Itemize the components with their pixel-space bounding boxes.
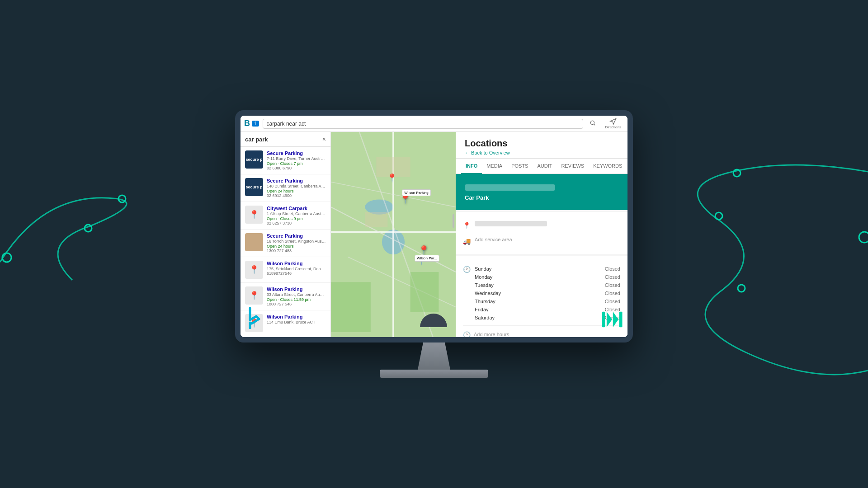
secure-p-badge: secure p <box>245 157 262 162</box>
tab-media[interactable]: MEDIA <box>482 159 507 174</box>
result-info: Secure Parking 148 Bunda Street, Canberr… <box>267 178 326 198</box>
svg-point-3 <box>733 169 741 177</box>
search-button[interactable] <box>587 119 599 128</box>
directions-button[interactable]: Directions <box>602 117 624 130</box>
hours-header-row: 🕐 Sunday Closed Monday Closed <box>463 261 620 326</box>
svg-point-5 <box>738 285 745 292</box>
result-thumb-pin7: 📍 <box>245 314 263 332</box>
result-address: 114 Emu Bank, Bruce ACT <box>267 320 326 324</box>
status-wednesday: Closed <box>605 291 620 296</box>
add-service-area-link[interactable]: Add service area <box>475 237 512 242</box>
list-item[interactable]: 📍 Wilson Parking 114 Emu Bank, Bruce ACT <box>241 310 330 336</box>
result-name: Wilson Parking <box>267 314 326 319</box>
tab-posts[interactable]: POSTS <box>507 159 533 174</box>
clock-plus-icon: 🕐 <box>463 331 470 337</box>
day-tuesday: Tuesday <box>475 282 515 288</box>
search-input-bar[interactable]: carpark near act <box>263 119 584 129</box>
status-saturday: Closed <box>605 315 620 320</box>
result-status: Open · Closes 11:59 pm <box>267 297 326 302</box>
day-friday: Friday <box>475 307 515 312</box>
day-thursday: Thursday <box>475 299 515 304</box>
list-item[interactable]: secure p Secure Parking 7-11 Barry Drive… <box>241 147 330 174</box>
business-card: Car Park <box>456 174 627 210</box>
list-item[interactable]: 📍 Wilson Parking <box>241 336 330 337</box>
hours-row-thursday: Thursday Closed <box>475 297 620 305</box>
hours-section: 🕐 Sunday Closed Monday Closed <box>456 256 627 337</box>
result-status: Open 24 hours <box>267 244 326 249</box>
monitor: B 1 carpark near act Directions <box>235 110 633 378</box>
status-sunday: Closed <box>605 266 620 272</box>
svg-point-1 <box>118 195 126 202</box>
result-name: Citywest Carpark <box>267 206 326 211</box>
status-friday: Closed <box>605 307 620 312</box>
business-name-blurred <box>465 184 555 191</box>
result-status: Open 24 hours <box>267 189 326 193</box>
left-panel: car park × secure p Secure Parking 7-11 … <box>241 132 331 337</box>
list-item[interactable]: 📍 Wilson Parking 33 Altara Street, Canbe… <box>241 283 330 310</box>
address-blurred <box>475 221 547 226</box>
svg-point-0 <box>2 253 11 262</box>
tab-info[interactable]: INFO <box>461 159 482 174</box>
monitor-base <box>380 370 488 378</box>
result-address: 175, Strickland Crescent, Deakin Austra.… <box>267 267 326 271</box>
status-tuesday: Closed <box>605 282 620 288</box>
back-to-overview-link[interactable]: ← Back to Overview <box>465 150 618 155</box>
svg-point-2 <box>85 225 92 232</box>
result-phone: 61898727546 <box>267 271 326 276</box>
status-monday: Closed <box>605 274 620 280</box>
list-item[interactable]: 📍 Citywest Carpark 1 Allsop Street, Canb… <box>241 202 330 230</box>
svg-rect-22 <box>331 282 371 332</box>
list-item[interactable]: secure p Secure Parking 148 Bunda Street… <box>241 174 330 202</box>
result-thumb-photo <box>245 233 263 251</box>
day-monday: Monday <box>475 274 515 280</box>
result-address: 1 Allsop Street, Canberra Australian Ca.… <box>267 211 326 216</box>
tab-count: 1 <box>252 121 259 127</box>
result-phone: 02 6912 4900 <box>267 193 326 198</box>
result-name: Secure Parking <box>267 150 326 156</box>
result-info: Citywest Carpark 1 Allsop Street, Canber… <box>267 206 326 225</box>
map-marker-purple[interactable]: 📍 <box>387 173 397 183</box>
hours-row-wednesday: Wednesday Closed <box>475 289 620 297</box>
business-category: Car Park <box>465 194 618 201</box>
map-marker-2[interactable]: 📍 <box>418 245 429 256</box>
tab-reviews[interactable]: REVIEWS <box>557 159 589 174</box>
directions-label: Directions <box>605 125 621 129</box>
add-hours-row[interactable]: 🕐 Add more hours <box>463 326 620 337</box>
hours-row-tuesday: Tuesday Closed <box>475 281 620 289</box>
result-info: Wilson Parking 114 Emu Bank, Bruce ACT <box>267 314 326 332</box>
result-address: 148 Bunda Street, Canberra ACT 2601 <box>267 184 326 188</box>
result-status: Open · Closes 9 pm <box>267 216 326 221</box>
monitor-screen-wrapper: B 1 carpark near act Directions <box>235 110 633 343</box>
map-background: 📍 Wilson Parking 📍 📍 Wilson Par... 📍 <box>331 132 456 337</box>
search-header: car park × <box>241 132 330 147</box>
result-name: Secure Parking <box>267 178 326 183</box>
result-name: Wilson Parking <box>267 261 326 266</box>
address-row: 📍 <box>463 217 620 233</box>
close-search-button[interactable]: × <box>322 136 326 143</box>
result-info: Secure Parking 16 Torrch Street, Kingsto… <box>267 233 326 253</box>
result-info: Secure Parking 7-11 Barry Drive, Turner … <box>267 150 326 170</box>
result-address: 16 Torrch Street, Kingston Australian Ca… <box>267 239 326 244</box>
map-scrollbar <box>453 214 454 228</box>
results-list: secure p Secure Parking 7-11 Barry Drive… <box>241 147 330 337</box>
search-query-text: carpark near act <box>267 121 306 127</box>
bing-logo-icon: B <box>244 119 250 128</box>
nav-tabs: INFO MEDIA POSTS AUDIT REVIEWS KEYWORDS <box>456 159 627 174</box>
tab-audit[interactable]: AUDIT <box>533 159 557 174</box>
list-item[interactable]: Secure Parking 16 Torrch Street, Kingsto… <box>241 230 330 257</box>
svg-line-8 <box>594 124 595 126</box>
tab-keywords[interactable]: KEYWORDS <box>589 159 627 174</box>
svg-point-4 <box>715 212 722 220</box>
map-area[interactable]: 📍 Wilson Parking 📍 📍 Wilson Par... 📍 <box>331 132 456 337</box>
hours-row-sunday: Sunday Closed <box>475 265 620 273</box>
map-label-wilson: Wilson Parking <box>402 189 430 196</box>
svg-point-7 <box>591 121 594 124</box>
result-thumb-pin6: 📍 <box>245 286 263 305</box>
add-hours-link[interactable]: Add more hours <box>474 332 509 337</box>
secure-p-badge2: secure p <box>245 185 262 189</box>
service-area-row[interactable]: 🚚 Add service area <box>463 233 620 249</box>
hours-row-friday: Friday Closed <box>475 305 620 314</box>
svg-rect-20 <box>365 212 387 227</box>
list-item[interactable]: 📍 Wilson Parking 175, Strickland Crescen… <box>241 257 330 283</box>
result-phone: 02 6000 6790 <box>267 166 326 170</box>
